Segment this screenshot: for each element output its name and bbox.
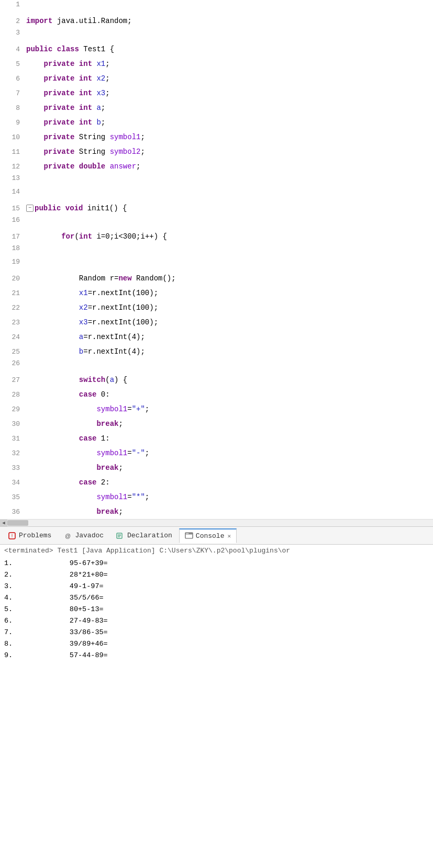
scroll-thumb[interactable]	[7, 520, 28, 526]
code-line: 16	[0, 216, 433, 229]
line-number: 32	[0, 449, 26, 457]
code-line: 22 x2=r.nextInt(100);	[0, 300, 433, 315]
tab-problems[interactable]: ! Problems	[2, 528, 57, 543]
code-line: 27 switch(a) {	[0, 373, 433, 387]
line-number: 19	[0, 258, 26, 266]
scroll-track[interactable]	[7, 520, 433, 527]
line-content: case 2:	[26, 476, 433, 489]
code-line: 34 case 2:	[0, 475, 433, 490]
console-line-num: 5.	[4, 604, 36, 615]
line-number: 1	[0, 1, 26, 8]
code-line: 23 x3=r.nextInt(100);	[0, 315, 433, 330]
console-line: 1. 95-67+39=	[4, 558, 429, 569]
code-line: 1	[0, 0, 433, 14]
code-line: 9 private int b;	[0, 115, 433, 130]
tab-console-label: Console	[196, 532, 225, 540]
code-line: 33 break;	[0, 460, 433, 475]
code-line: 28 case 0:	[0, 387, 433, 402]
keyword: import	[26, 17, 52, 25]
code-line: 17 for(int i=0;i<300;i++) {	[0, 229, 433, 244]
code-line: 19	[0, 257, 433, 271]
console-icon	[185, 532, 193, 540]
line-content: case 0:	[26, 388, 433, 401]
line-number: 3	[0, 29, 26, 37]
code-line: 14	[0, 187, 433, 201]
code-line: 31 case 1:	[0, 431, 433, 446]
console-expr: 57-44-89=	[36, 651, 108, 659]
line-content: private int b;	[26, 116, 433, 129]
line-number: 25	[0, 348, 26, 356]
tab-javadoc[interactable]: @ Javadoc	[58, 528, 109, 543]
code-line: 18	[0, 244, 433, 257]
console-line-num: 9.	[4, 650, 36, 661]
tab-javadoc-label: Javadoc	[75, 532, 104, 539]
line-number: 18	[0, 244, 26, 252]
line-content: private double answer;	[26, 160, 433, 173]
line-number: 2	[0, 17, 26, 25]
svg-text:@: @	[65, 533, 71, 539]
code-line: 10 private String symbol1;	[0, 130, 433, 144]
console-line-num: 1.	[4, 558, 36, 569]
tab-declaration-label: Declaration	[127, 532, 172, 539]
line-content: Random r=new Random();	[26, 272, 433, 285]
svg-point-9	[186, 533, 187, 534]
line-number: 12	[0, 163, 26, 171]
line-content: x3=r.nextInt(100);	[26, 315, 433, 329]
code-line: 7 private int x3;	[0, 86, 433, 100]
console-line-num: 4.	[4, 592, 36, 604]
declaration-icon	[116, 532, 125, 540]
console-line: 2. 28*21+80=	[4, 569, 429, 581]
console-expr: 28*21+80=	[36, 571, 108, 579]
console-expr: 95-67+39=	[36, 559, 108, 567]
line-number: 29	[0, 405, 26, 413]
javadoc-icon: @	[64, 532, 72, 540]
line-number: 36	[0, 508, 26, 516]
console-expr: 33/86-35=	[36, 628, 108, 636]
code-line: 30 break;	[0, 416, 433, 431]
line-number: 15	[0, 205, 26, 212]
horizontal-scrollbar[interactable]: ◀	[0, 519, 433, 526]
tab-declaration[interactable]: Declaration	[110, 528, 178, 543]
console-line: 6. 27-49-83=	[4, 615, 429, 627]
console-line: 7. 33/86-35=	[4, 627, 429, 638]
line-content: x1=r.nextInt(100);	[26, 286, 433, 300]
console-expr: 49-1-97=	[36, 582, 104, 590]
line-content: private int a;	[26, 101, 433, 115]
line-number: 22	[0, 304, 26, 312]
code-line: 11 private String symbol2;	[0, 144, 433, 159]
line-number: 6	[0, 75, 26, 83]
line-content: import java.util.Random;	[26, 14, 433, 28]
line-number: 17	[0, 233, 26, 241]
code-line: 20 Random r=new Random();	[0, 271, 433, 286]
console-expr: 35/5/66=	[36, 594, 104, 602]
line-content: private int x2;	[26, 72, 433, 85]
line-number: 11	[0, 148, 26, 156]
bottom-panel: ! Problems @ Javadoc	[0, 527, 433, 868]
line-content: x2=r.nextInt(100);	[26, 301, 433, 314]
tab-console-close[interactable]: ✕	[227, 533, 231, 539]
line-content: break;	[26, 417, 433, 431]
scroll-left-arrow[interactable]: ◀	[0, 520, 7, 527]
collapse-button[interactable]: −	[26, 205, 34, 212]
problems-icon: !	[8, 532, 16, 540]
line-content: symbol1="+";	[26, 402, 433, 416]
line-content: private int x1;	[26, 57, 433, 71]
code-line: 21 x1=r.nextInt(100);	[0, 286, 433, 300]
console-line: 3. 49-1-97=	[4, 581, 429, 592]
line-number: 20	[0, 275, 26, 283]
code-line: 4 public class Test1 {	[0, 42, 433, 57]
code-line: 3	[0, 28, 433, 42]
code-line: 25 b=r.nextInt(4);	[0, 344, 433, 359]
line-content: symbol1="-";	[26, 446, 433, 460]
line-number: 14	[0, 188, 26, 196]
svg-point-10	[187, 533, 188, 534]
line-number: 31	[0, 435, 26, 443]
tab-bar: ! Problems @ Javadoc	[0, 527, 433, 545]
console-expr: 39/89+46=	[36, 640, 108, 648]
tab-console[interactable]: Console ✕	[179, 528, 237, 543]
code-lines: 1 2 import java.util.Random; 3 4 public …	[0, 0, 433, 519]
line-content: private String symbol1;	[26, 130, 433, 144]
line-content: a=r.nextInt(4);	[26, 330, 433, 344]
code-editor: 1 2 import java.util.Random; 3 4 public …	[0, 0, 433, 527]
line-content: case 1:	[26, 432, 433, 445]
